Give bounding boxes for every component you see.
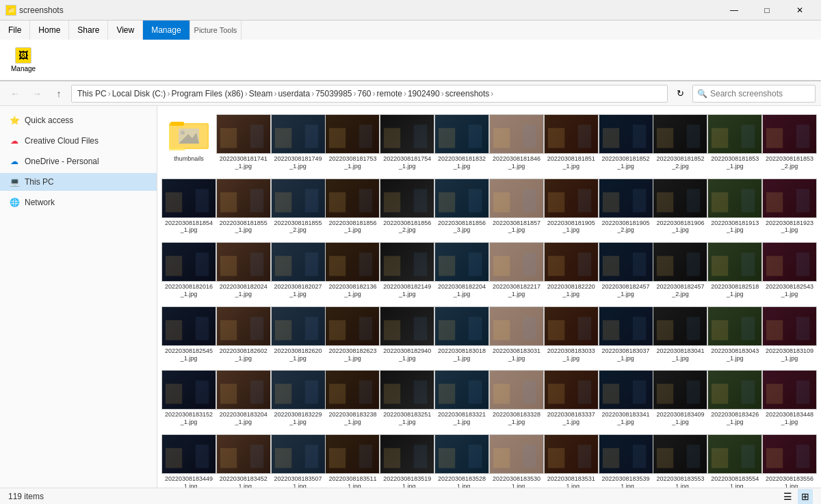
close-button[interactable]: ✕ xyxy=(784,0,816,21)
list-item[interactable]: 20220308181852_2.jpg xyxy=(655,111,707,173)
list-item[interactable]: 20220308183251_1.jpg xyxy=(381,367,433,429)
list-item[interactable]: 20220308181853_2.jpg xyxy=(764,111,816,173)
list-item[interactable]: 20220308181855_1.jpg xyxy=(218,176,270,237)
list-item[interactable]: 20220308182149_1.jpg xyxy=(381,239,433,301)
list-item[interactable]: 20220308183449_1.jpg xyxy=(163,432,215,488)
file-name: 20220308183511_1.jpg xyxy=(328,475,378,488)
maximize-button[interactable]: □ xyxy=(751,0,783,21)
sidebar-item-creative-cloud[interactable]: ☁ Creative Cloud Files xyxy=(0,132,157,150)
list-item[interactable]: 20220308182545_1.jpg xyxy=(163,304,215,365)
list-item[interactable]: 20220308183018_1.jpg xyxy=(436,304,488,365)
tab-picture-tools[interactable]: Manage xyxy=(143,21,190,40)
list-item[interactable]: 20220308181923_1.jpg xyxy=(764,176,816,237)
list-item[interactable]: 20220308182457_2.jpg xyxy=(655,239,707,301)
list-item[interactable]: 20220308183511_1.jpg xyxy=(327,432,379,488)
list-item[interactable]: 20220308182027_1.jpg xyxy=(272,239,324,301)
ribbon-manage-btn[interactable]: 🖼 Manage xyxy=(5,44,41,75)
list-item[interactable]: 20220308181905_2.jpg xyxy=(600,176,652,237)
list-item[interactable]: 20220308183043_1.jpg xyxy=(709,304,761,365)
search-box[interactable]: 🔍 xyxy=(692,85,816,103)
list-item[interactable]: 20220308181855_2.jpg xyxy=(272,176,324,237)
list-item[interactable]: 20220308183337_1.jpg xyxy=(545,367,597,429)
minimize-button[interactable]: — xyxy=(718,0,750,21)
content-area[interactable]: thumbnails 20220308181741_1.jpg202203081… xyxy=(157,106,821,488)
list-item[interactable]: 20220308181753_1.jpg xyxy=(327,111,379,173)
list-item[interactable]: 20220308182602_1.jpg xyxy=(218,304,270,365)
list-item[interactable]: 20220308183539_1.jpg xyxy=(600,432,652,488)
tab-home[interactable]: Home xyxy=(30,21,69,40)
list-item[interactable]: 20220308183530_1.jpg xyxy=(491,432,543,488)
sidebar-item-quick-access[interactable]: ⭐ Quick access xyxy=(0,111,157,129)
grid-view-button[interactable]: ⊞ xyxy=(798,489,813,504)
list-item[interactable]: 20220308183528_1.jpg xyxy=(436,432,488,488)
list-item[interactable]: 20220308182940_1.jpg xyxy=(381,304,433,365)
tab-picture-tools-label[interactable]: Picture Tools xyxy=(190,21,242,40)
list-item[interactable]: 20220308181857_1.jpg xyxy=(491,176,543,237)
refresh-button[interactable]: ↻ xyxy=(670,84,690,103)
list-item[interactable]: 20220308183556_1.jpg xyxy=(764,432,816,488)
search-input[interactable] xyxy=(710,89,813,98)
list-item[interactable]: 20220308181741_1.jpg xyxy=(218,111,270,173)
tab-file[interactable]: File xyxy=(0,21,30,40)
list-item[interactable]: 20220308183531_1.jpg xyxy=(545,432,597,488)
list-item[interactable]: 20220308181856_2.jpg xyxy=(381,176,433,237)
list-item[interactable]: 20220308181906_1.jpg xyxy=(655,176,707,237)
list-item[interactable]: 20220308182016_1.jpg xyxy=(163,239,215,301)
list-item[interactable]: 20220308182217_1.jpg xyxy=(491,239,543,301)
list-item[interactable]: 20220308183109_1.jpg xyxy=(764,304,816,365)
list-item[interactable]: 20220308181851_1.jpg xyxy=(545,111,597,173)
list-item[interactable]: 20220308183041_1.jpg xyxy=(655,304,707,365)
list-item[interactable]: 20220308183238_1.jpg xyxy=(327,367,379,429)
list-item[interactable]: 20220308183204_1.jpg xyxy=(218,367,270,429)
list-item[interactable]: 20220308183409_1.jpg xyxy=(655,367,707,429)
list-item[interactable]: 20220308182623_1.jpg xyxy=(327,304,379,365)
list-item[interactable]: 20220308181749_1.jpg xyxy=(272,111,324,173)
sidebar-item-network[interactable]: 🌐 Network xyxy=(0,194,157,211)
list-item[interactable]: 20220308182457_1.jpg xyxy=(600,239,652,301)
back-button[interactable]: ← xyxy=(5,84,25,103)
file-thumbnail xyxy=(707,306,762,346)
list-item[interactable]: 20220308182204_1.jpg xyxy=(436,239,488,301)
list-view-button[interactable]: ☰ xyxy=(780,489,795,504)
list-item[interactable]: 20220308183328_1.jpg xyxy=(491,367,543,429)
sidebar-item-this-pc[interactable]: 💻 This PC xyxy=(0,173,157,191)
list-item[interactable]: 20220308183448_1.jpg xyxy=(764,367,816,429)
forward-button[interactable]: → xyxy=(27,84,47,103)
list-item[interactable]: 20220308183452_1.jpg xyxy=(218,432,270,488)
list-item[interactable]: 20220308181853_1.jpg xyxy=(709,111,761,173)
file-name: 20220308182220_1.jpg xyxy=(547,283,596,298)
list-item[interactable]: thumbnails xyxy=(163,111,215,173)
list-item[interactable]: 20220308183229_1.jpg xyxy=(272,367,324,429)
list-item[interactable]: 20220308183031_1.jpg xyxy=(491,304,543,365)
up-button[interactable]: ↑ xyxy=(49,84,68,103)
list-item[interactable]: 20220308182024_1.jpg xyxy=(218,239,270,301)
list-item[interactable]: 20220308183507_1.jpg xyxy=(272,432,324,488)
sidebar-item-onedrive[interactable]: ☁ OneDrive - Personal xyxy=(0,152,157,170)
list-item[interactable]: 20220308181905_1.jpg xyxy=(545,176,597,237)
list-item[interactable]: 20220308183152_1.jpg xyxy=(163,367,215,429)
list-item[interactable]: 20220308181846_1.jpg xyxy=(491,111,543,173)
list-item[interactable]: 20220308181854_1.jpg xyxy=(163,176,215,237)
tab-share[interactable]: Share xyxy=(69,21,108,40)
list-item[interactable]: 20220308181754_1.jpg xyxy=(381,111,433,173)
list-item[interactable]: 20220308183321_1.jpg xyxy=(436,367,488,429)
list-item[interactable]: 20220308181852_1.jpg xyxy=(600,111,652,173)
list-item[interactable]: 20220308181913_1.jpg xyxy=(709,176,761,237)
list-item[interactable]: 20220308183033_1.jpg xyxy=(545,304,597,365)
list-item[interactable]: 20220308182543_1.jpg xyxy=(764,239,816,301)
address-path[interactable]: This PC › Local Disk (C:) › Program File… xyxy=(71,85,668,103)
list-item[interactable]: 20220308183341_1.jpg xyxy=(600,367,652,429)
tab-view[interactable]: View xyxy=(108,21,143,40)
list-item[interactable]: 20220308181832_1.jpg xyxy=(436,111,488,173)
list-item[interactable]: 20220308183519_1.jpg xyxy=(381,432,433,488)
list-item[interactable]: 20220308182620_1.jpg xyxy=(272,304,324,365)
list-item[interactable]: 20220308182518_1.jpg xyxy=(709,239,761,301)
list-item[interactable]: 20220308182220_1.jpg xyxy=(545,239,597,301)
list-item[interactable]: 20220308181856_3.jpg xyxy=(436,176,488,237)
list-item[interactable]: 20220308183554_1.jpg xyxy=(709,432,761,488)
list-item[interactable]: 20220308182136_1.jpg xyxy=(327,239,379,301)
list-item[interactable]: 20220308183037_1.jpg xyxy=(600,304,652,365)
list-item[interactable]: 20220308181856_1.jpg xyxy=(327,176,379,237)
list-item[interactable]: 20220308183426_1.jpg xyxy=(709,367,761,429)
list-item[interactable]: 20220308183553_1.jpg xyxy=(655,432,707,488)
